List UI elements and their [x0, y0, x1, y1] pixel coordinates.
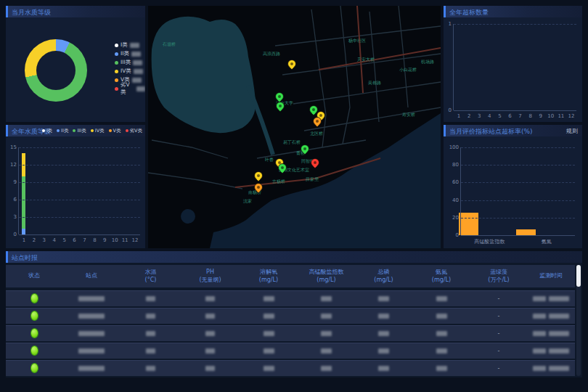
redacted-value [378, 366, 389, 371]
panel-year-exceed: 全年超标数量 01123456789101112 [444, 6, 582, 122]
cell-高锰酸盐指数 [298, 365, 355, 372]
legend-dot [115, 44, 118, 47]
table-row[interactable]: - [6, 325, 575, 341]
redacted-time [549, 331, 569, 336]
table-row[interactable]: - [6, 343, 575, 359]
gridline [19, 182, 140, 183]
legend-item-V类[interactable]: V类 [109, 125, 121, 136]
legend-dot [115, 78, 118, 82]
redacted-value [78, 296, 105, 301]
map-label: 天安大桥 [357, 57, 375, 62]
panel-station-report-title: 站点时报 [12, 253, 38, 263]
cell-氨氮 [412, 365, 470, 372]
map-label: 易丁石桥 [283, 139, 301, 145]
column-header-总磷[interactable]: 总磷(mg/L) [355, 269, 412, 285]
legend-item-劣V类[interactable]: 劣V类 [115, 84, 145, 93]
redacted-value [264, 314, 274, 319]
x-tick-9: 9 [103, 237, 106, 243]
cell-站点 [62, 313, 121, 319]
legend-item-IV类[interactable]: IV类 [91, 125, 105, 136]
map-label: 古杨桥 [272, 179, 285, 184]
table-row[interactable]: - [6, 308, 575, 324]
x-tick-高锰酸盐指数: 高锰酸盐指数 [474, 238, 505, 245]
cell-水温 [121, 348, 181, 354]
legend-label: IV类 [95, 128, 105, 134]
header-accent [6, 6, 8, 17]
x-tick-11: 11 [558, 113, 564, 119]
cell-总磷 [355, 295, 412, 302]
column-name: 氨氮 [412, 269, 470, 277]
x-tick-8: 8 [528, 113, 531, 119]
redacted-legend-value [130, 43, 139, 48]
column-header-高锰酸盐指数[interactable]: 高锰酸盐指数(mg/L) [298, 269, 355, 285]
panel-month-rate: 当月评价指标站点超标率(%) 规则 020406080100高锰酸盐指数氨氮 [444, 125, 582, 248]
column-header-站点[interactable]: 站点 [62, 272, 121, 280]
legend-item-III类[interactable]: III类 [73, 125, 86, 136]
table-scrollbar-track[interactable] [576, 265, 581, 376]
redacted-value [264, 366, 274, 371]
gridline [461, 200, 575, 201]
y-tick-80: 80 [452, 162, 459, 168]
legend-item-劣V类[interactable]: 劣V类 [126, 125, 142, 136]
legend-item-IV类[interactable]: IV类 [115, 67, 145, 75]
x-tick-7: 7 [518, 113, 521, 119]
column-header-蓝绿藻[interactable]: 蓝绿藻(万个/L) [470, 269, 527, 285]
map-canvas: 石塘桥杨中社区高浪西路天安大桥机场路小白花桥吴都路江南大学寿安桥北区桥易丁石桥青… [148, 6, 441, 248]
y-tick-100: 100 [449, 144, 459, 150]
rules-link[interactable]: 规则 [566, 127, 578, 135]
y-tick-0: 0 [14, 232, 17, 237]
cell-氨氮 [412, 295, 470, 302]
cell-蓝绿藻: - [470, 295, 527, 302]
redacted-value [146, 296, 155, 301]
legend-dot [115, 61, 118, 65]
status-ok-icon [30, 363, 38, 373]
status-ok-icon [30, 346, 38, 356]
column-header-氨氮[interactable]: 氨氮(mg/L) [412, 269, 470, 285]
legend-item-II类[interactable]: II类 [115, 49, 145, 58]
cell-溶解氧 [240, 365, 298, 372]
legend-dot [115, 70, 118, 73]
y-tick-40: 40 [452, 197, 459, 203]
redacted-value [436, 296, 447, 301]
column-name: 溶解氧 [240, 269, 298, 277]
legend-dot [73, 129, 75, 132]
cell-水温 [121, 295, 181, 302]
legend-item-I类[interactable]: I类 [115, 41, 145, 49]
column-unit: (无量纲) [181, 277, 240, 285]
rate-bar-氨氮[interactable] [516, 229, 536, 235]
cell-状态 [6, 293, 62, 305]
cell-高锰酸盐指数 [298, 295, 355, 302]
map-pond [181, 209, 195, 224]
column-unit: (mg/L) [298, 277, 355, 285]
column-header-监测时间[interactable]: 监测时间 [527, 272, 575, 280]
column-header-溶解氧[interactable]: 溶解氧(mg/L) [240, 269, 298, 285]
legend-label: III类 [77, 128, 86, 134]
column-name: 监测时间 [527, 272, 575, 280]
redacted-time [549, 296, 569, 301]
redacted-value [205, 366, 215, 371]
legend-item-I类[interactable]: I类 [42, 125, 52, 136]
column-header-PH[interactable]: PH(无量纲) [181, 269, 240, 285]
panel-month-rate-title: 当月评价指标站点超标率(%) [449, 127, 533, 136]
header-accent [6, 251, 8, 263]
cell-站点 [62, 295, 121, 302]
cell-监测时间 [527, 295, 575, 302]
map-panel[interactable]: 石塘桥杨中社区高浪西路天安大桥机场路小白花桥吴都路江南大学寿安桥北区桥易丁石桥青… [148, 6, 441, 248]
panel-month-rate-header: 当月评价指标站点超标率(%) 规则 [444, 125, 582, 136]
rate-bar-高锰酸盐指数[interactable] [459, 213, 478, 235]
status-ok-icon [30, 311, 38, 321]
map-label: 杨中社区 [348, 38, 366, 44]
column-header-水温[interactable]: 水温(°C) [121, 269, 181, 285]
legend-dot [126, 129, 128, 132]
x-tick-9: 9 [539, 113, 542, 119]
year-grade-legend: I类II类III类IV类V类劣V类 [42, 125, 142, 136]
table-row[interactable]: - [6, 290, 575, 306]
legend-item-III类[interactable]: III类 [115, 58, 145, 67]
column-name: 状态 [6, 272, 62, 280]
table-row[interactable]: - [6, 360, 575, 376]
legend-item-II类[interactable]: II类 [57, 125, 68, 136]
year-grade-plot [19, 147, 140, 234]
table-scrollbar-thumb[interactable] [576, 265, 581, 287]
legend-label: IV类 [121, 68, 131, 75]
column-header-状态[interactable]: 状态 [6, 272, 62, 280]
